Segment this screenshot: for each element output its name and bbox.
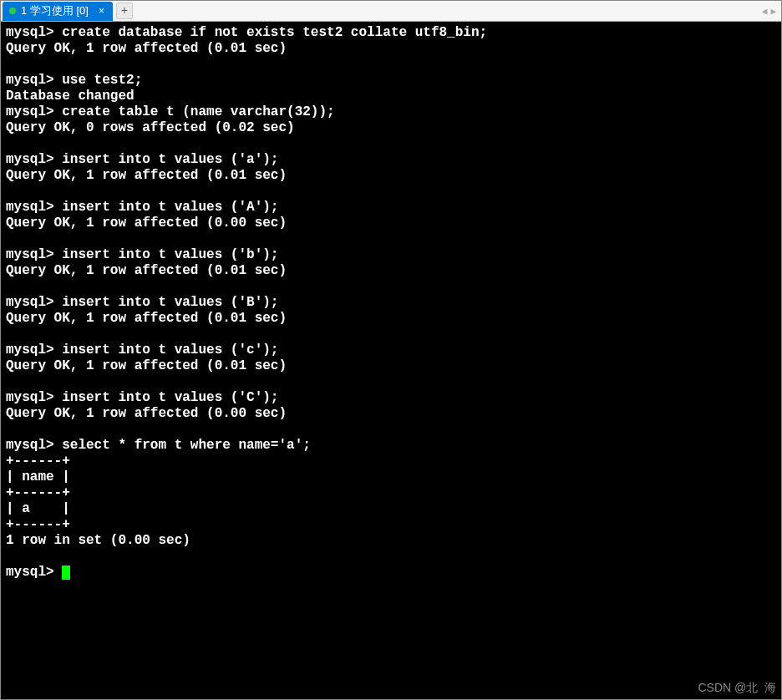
terminal-output[interactable]: mysql> create database if not exists tes… xyxy=(1,22,781,699)
tab-title: 1 学习使用 [0] xyxy=(21,3,89,18)
terminal-cursor xyxy=(62,566,70,580)
tab-bar: 1 学习使用 [0] × + ◀ ▶ xyxy=(1,1,781,22)
watermark: CSDN @北 海 xyxy=(698,680,776,696)
tab-active[interactable]: 1 学习使用 [0] × xyxy=(3,2,113,21)
chevron-right-icon[interactable]: ▶ xyxy=(770,6,776,17)
status-dot-icon xyxy=(9,8,16,14)
chevron-left-icon[interactable]: ◀ xyxy=(762,6,768,17)
tab-nav-arrows: ◀ ▶ xyxy=(762,6,776,17)
plus-icon: + xyxy=(121,4,128,18)
close-icon[interactable]: × xyxy=(97,5,106,17)
terminal-lines: mysql> create database if not exists tes… xyxy=(6,25,487,580)
new-tab-button[interactable]: + xyxy=(116,3,133,19)
